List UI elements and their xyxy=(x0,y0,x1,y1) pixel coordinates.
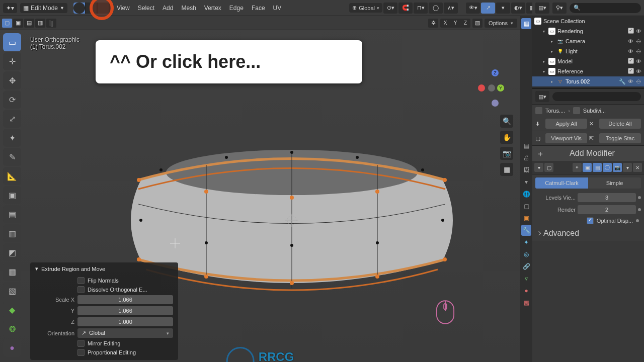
prop-tab-render[interactable]: ▤ xyxy=(521,140,531,151)
options-dropdown[interactable]: Options ▾ xyxy=(485,19,517,28)
object-interaction-icons[interactable]: ✦▾ xyxy=(3,3,17,13)
menu-face[interactable]: Face xyxy=(248,3,269,14)
disclosure-icon[interactable]: ▸ xyxy=(549,49,554,54)
eye-toggle[interactable]: 👁 xyxy=(627,38,634,45)
dissolve-checkbox[interactable] xyxy=(77,286,85,293)
select-extend-mode[interactable]: ▣ xyxy=(13,19,23,28)
proportional-editing-checkbox[interactable] xyxy=(77,349,85,356)
mirror-y[interactable]: Y xyxy=(450,19,460,28)
prop-tab-collection[interactable]: ▢ xyxy=(521,201,531,212)
operator-panel-header[interactable]: ▾ Extrude Region and Move xyxy=(30,262,178,275)
exclude-checkbox[interactable] xyxy=(628,68,634,74)
add-modifier-button[interactable]: ＋ Add Modifier xyxy=(532,146,644,161)
prop-tab-material[interactable]: ● xyxy=(521,285,531,296)
tool-transform[interactable]: ✦ xyxy=(3,129,21,147)
prop-tab-data[interactable]: ▿ xyxy=(521,273,531,284)
rendering-collection[interactable]: Rendering xyxy=(557,28,626,34)
tool-polybuild[interactable]: ◆ xyxy=(3,301,21,319)
tool-annotate[interactable]: ✎ xyxy=(3,148,21,166)
orientation-select[interactable]: ↗Global ▾ xyxy=(77,328,173,338)
levels-viewport-field[interactable]: 3 xyxy=(578,193,636,202)
camera-item[interactable]: Camera xyxy=(566,38,625,44)
zoom-icon[interactable]: 🔍 xyxy=(500,115,513,128)
menu-vertex[interactable]: Vertex xyxy=(200,3,225,14)
subdiv-simple-tab[interactable]: Simple xyxy=(588,177,641,189)
gizmo-dropdown[interactable]: ▾ xyxy=(496,3,510,14)
axis-y[interactable]: Y xyxy=(497,84,504,92)
disclosure-icon[interactable]: ▾ xyxy=(541,29,546,34)
exclude-checkbox[interactable] xyxy=(628,28,634,34)
properties-sync-icon[interactable]: ▤▾ xyxy=(535,91,549,102)
vertex-select-mode[interactable] xyxy=(73,3,86,14)
tool-knife[interactable]: ▧ xyxy=(3,282,21,300)
menu-add[interactable]: Add xyxy=(158,3,177,14)
prop-tab-world[interactable]: 🌐 xyxy=(521,189,531,200)
disclosure-icon[interactable]: ▸ xyxy=(549,79,554,84)
apply-all-button[interactable]: Apply All xyxy=(545,119,587,129)
show-gizmo-toggle[interactable]: ↗ xyxy=(481,3,495,14)
prop-tab-constraints[interactable]: 🔗 xyxy=(521,261,531,272)
prop-tab-object[interactable]: ▣ xyxy=(521,213,531,224)
modifier-render[interactable]: 📷 xyxy=(613,163,622,172)
grid-perspective-icon[interactable]: ▦ xyxy=(500,163,513,176)
automerge-toggle[interactable]: ▧ xyxy=(472,19,482,28)
tool-select-box[interactable]: ▭ xyxy=(3,33,21,51)
prop-tab-scene[interactable]: ▾ xyxy=(521,176,531,188)
overlays-toggle[interactable]: ◐▾ xyxy=(511,3,525,14)
visibility-dropdown[interactable]: 👁▾ xyxy=(466,3,480,14)
disclosure-icon[interactable]: ▸ xyxy=(549,39,554,44)
snap-toggle[interactable]: 🧲 xyxy=(398,3,413,14)
eye-toggle[interactable]: 👁 xyxy=(635,58,642,65)
tool-extrude[interactable]: ▤ xyxy=(3,205,21,223)
animate-dot[interactable] xyxy=(636,219,639,222)
disable-toggle[interactable]: ⦵ xyxy=(635,48,642,55)
tool-bevel[interactable]: ◩ xyxy=(3,243,21,261)
modifier-extras-dropdown[interactable]: ▾ xyxy=(623,163,632,172)
menu-select[interactable]: Select xyxy=(134,3,158,14)
tool-move[interactable]: ✥ xyxy=(3,71,21,89)
animate-dot[interactable] xyxy=(638,196,641,199)
bc-object[interactable]: Torus.... xyxy=(545,108,565,114)
proportional-type-dropdown[interactable]: ∧▾ xyxy=(444,3,458,14)
torus-item[interactable]: Torus.002 xyxy=(566,78,617,84)
outliner-display-mode[interactable]: ▤▾ xyxy=(535,3,549,14)
animate-dot[interactable] xyxy=(638,208,641,211)
prop-tab-viewlayer[interactable]: 🖼 xyxy=(521,164,531,175)
modifier-editmode[interactable]: ▤ xyxy=(593,163,602,172)
transform-orientation[interactable]: ⊕ Global ▾ xyxy=(349,3,382,13)
model-collection[interactable]: Model xyxy=(557,58,626,64)
outliner-search[interactable]: 🔍 xyxy=(570,3,641,13)
scale-y-field[interactable]: 1.066 xyxy=(77,306,173,315)
levels-render-field[interactable]: 2 xyxy=(578,205,636,214)
mirror-x[interactable]: X xyxy=(440,19,450,28)
modifier-collapse-toggle[interactable]: ▾ xyxy=(534,163,543,172)
delete-all-button[interactable]: Delete All xyxy=(599,119,641,129)
tool-spin[interactable]: ❂ xyxy=(3,320,21,338)
outliner[interactable]: ▭ Scene Collection ▾ ▭ Rendering 👁 ▸ 📷 C… xyxy=(532,16,644,89)
eye-toggle[interactable]: 👁 xyxy=(635,28,642,35)
outliner-filter[interactable]: ⚲▾ xyxy=(552,3,567,14)
select-invert-mode[interactable]: ▥ xyxy=(35,19,45,28)
flip-normals-checkbox[interactable] xyxy=(77,277,85,284)
tool-cursor[interactable]: ✛ xyxy=(3,52,21,70)
tool-smooth[interactable]: ● xyxy=(3,339,21,357)
eye-toggle[interactable]: 👁 xyxy=(627,78,634,85)
disable-toggle[interactable]: ⦵ xyxy=(635,78,642,85)
tool-inset[interactable]: ▥ xyxy=(3,224,21,242)
tool-add-cube[interactable]: ▣ xyxy=(3,186,21,204)
modifier-realtime[interactable]: 🖵 xyxy=(603,163,612,172)
menu-uv[interactable]: UV xyxy=(269,3,286,14)
exclude-checkbox[interactable] xyxy=(628,58,634,64)
axis-minus-z[interactable] xyxy=(492,100,499,107)
disable-toggle[interactable]: ⦵ xyxy=(635,38,642,45)
advanced-section-toggle[interactable]: Advanced xyxy=(532,226,644,241)
tool-measure[interactable]: 📐 xyxy=(3,167,21,185)
prop-tab-output[interactable]: 🖨 xyxy=(521,152,531,163)
prop-tab-physics[interactable]: ◎ xyxy=(521,249,531,260)
prop-tab-texture[interactable]: ▩ xyxy=(521,297,531,308)
mirror-z[interactable]: Z xyxy=(460,19,470,28)
properties-search[interactable] xyxy=(552,92,641,101)
eye-toggle[interactable]: 👁 xyxy=(627,48,634,55)
menu-view[interactable]: View xyxy=(113,3,134,14)
axis-minus-y[interactable] xyxy=(488,84,495,92)
